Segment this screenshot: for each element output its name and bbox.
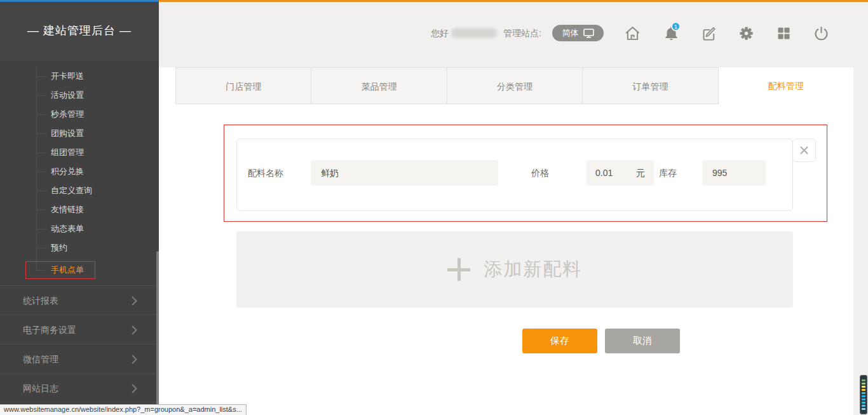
redacted-username bbox=[451, 28, 497, 38]
sidebar-item-points-exchange[interactable]: 积分兑换 bbox=[0, 162, 159, 181]
grid-apps-icon[interactable] bbox=[775, 25, 792, 42]
tree-tick bbox=[36, 210, 46, 210]
add-new-ingredient-label: 添加新配料 bbox=[484, 257, 583, 282]
sidebar-section-statistics[interactable]: 统计报表 bbox=[0, 285, 159, 315]
home-icon[interactable] bbox=[624, 25, 641, 42]
cancel-button[interactable]: 取消 bbox=[605, 329, 680, 353]
stock-input[interactable]: 995 bbox=[702, 160, 766, 186]
chevron-right-icon bbox=[132, 384, 137, 393]
pen-icon[interactable] bbox=[701, 25, 718, 42]
chevron-right-icon bbox=[132, 296, 137, 306]
sidebar-item-custom-query[interactable]: 自定义查询 bbox=[0, 181, 159, 200]
sidebar-scrollbar[interactable] bbox=[156, 251, 159, 405]
sidebar-item-friend-links[interactable]: 友情链接 bbox=[0, 200, 159, 219]
close-icon bbox=[799, 146, 809, 155]
top-accent-orange bbox=[159, 0, 868, 2]
sidebar-item-flashsale[interactable]: 秒杀管理 bbox=[0, 105, 159, 124]
sidebar-item-reservation[interactable]: 预约 bbox=[0, 238, 159, 257]
power-icon[interactable] bbox=[813, 25, 830, 42]
tree-tick bbox=[36, 153, 46, 153]
tab-store-management[interactable]: 门店管理 bbox=[175, 67, 311, 104]
tree-tick bbox=[36, 95, 46, 96]
tree-tick bbox=[36, 191, 46, 191]
sidebar-section-wechat[interactable]: 微信管理 bbox=[0, 344, 159, 373]
gear-icon[interactable] bbox=[738, 25, 755, 42]
greeting-text: 您好 bbox=[431, 28, 449, 39]
price-label: 价格 bbox=[531, 160, 549, 186]
sidebar: — 建站管理后台 — 开卡即送 活动设置 秒杀管理 团购设置 组团管理 积分兑换… bbox=[0, 0, 159, 415]
tree-tick bbox=[36, 76, 46, 77]
managed-site-label: 管理站点: bbox=[503, 28, 541, 39]
ingredient-name-label: 配料名称 bbox=[248, 160, 283, 186]
notification-badge: 1 bbox=[671, 22, 681, 31]
price-unit: 元 bbox=[636, 160, 645, 186]
sidebar-item-dynamic-forms[interactable]: 动态表单 bbox=[0, 219, 159, 238]
main-panel: 门店管理 菜品管理 分类管理 订单管理 配料管理 配料名称 鲜奶 价格 0.01… bbox=[159, 67, 853, 415]
tab-order-management[interactable]: 订单管理 bbox=[583, 67, 718, 104]
tab-ingredient-management[interactable]: 配料管理 bbox=[719, 67, 853, 104]
sidebar-item-card-gift[interactable]: 开卡即送 bbox=[0, 67, 159, 86]
ingredient-name-input[interactable]: 鲜奶 bbox=[311, 160, 498, 186]
sidebar-sections: 统计报表 电子商务设置 微信管理 网站日志 bbox=[0, 285, 159, 402]
remove-ingredient-button[interactable] bbox=[792, 139, 816, 162]
stock-label: 库存 bbox=[659, 160, 677, 186]
top-accent-blue bbox=[0, 0, 159, 2]
tab-dish-management[interactable]: 菜品管理 bbox=[311, 67, 447, 104]
sidebar-item-groupbuy-settings[interactable]: 团购设置 bbox=[0, 124, 159, 143]
price-value: 0.01 bbox=[595, 160, 613, 186]
chevron-right-icon bbox=[132, 355, 137, 364]
mini-scrollbar-widget[interactable] bbox=[860, 375, 867, 414]
sidebar-section-ecommerce[interactable]: 电子商务设置 bbox=[0, 315, 159, 344]
sidebar-menu: 开卡即送 活动设置 秒杀管理 团购设置 组团管理 积分兑换 自定义查询 友情链接… bbox=[0, 67, 159, 280]
app-title: — 建站管理后台 — bbox=[0, 0, 159, 61]
tab-bar: 门店管理 菜品管理 分类管理 订单管理 配料管理 bbox=[175, 67, 853, 104]
language-pill-label: 简体 bbox=[562, 27, 579, 39]
topbar: 您好 管理站点: 简体 1 bbox=[159, 0, 868, 67]
price-input[interactable]: 0.01 元 bbox=[587, 160, 654, 186]
tree-tick bbox=[36, 172, 46, 172]
plus-icon bbox=[447, 258, 470, 281]
sidebar-item-mobile-ordering[interactable]: 手机点单 bbox=[0, 261, 159, 280]
sidebar-item-activity-settings[interactable]: 活动设置 bbox=[0, 86, 159, 105]
language-site-pill[interactable]: 简体 bbox=[552, 25, 604, 41]
sidebar-section-site-logs[interactable]: 网站日志 bbox=[0, 373, 159, 402]
tree-tick bbox=[36, 114, 46, 115]
tree-tick bbox=[36, 248, 46, 248]
tree-tick bbox=[36, 133, 46, 134]
tab-category-management[interactable]: 分类管理 bbox=[447, 67, 583, 104]
sidebar-item-group-management[interactable]: 组团管理 bbox=[0, 143, 159, 162]
monitor-icon bbox=[583, 29, 594, 38]
add-new-ingredient-button[interactable]: 添加新配料 bbox=[236, 231, 793, 308]
chevron-right-icon bbox=[132, 325, 137, 335]
tree-tick bbox=[36, 229, 46, 229]
save-button[interactable]: 保存 bbox=[522, 329, 597, 353]
link-preview-statusbar: www.websitemanage.cn/website/index.php?_… bbox=[0, 404, 247, 415]
